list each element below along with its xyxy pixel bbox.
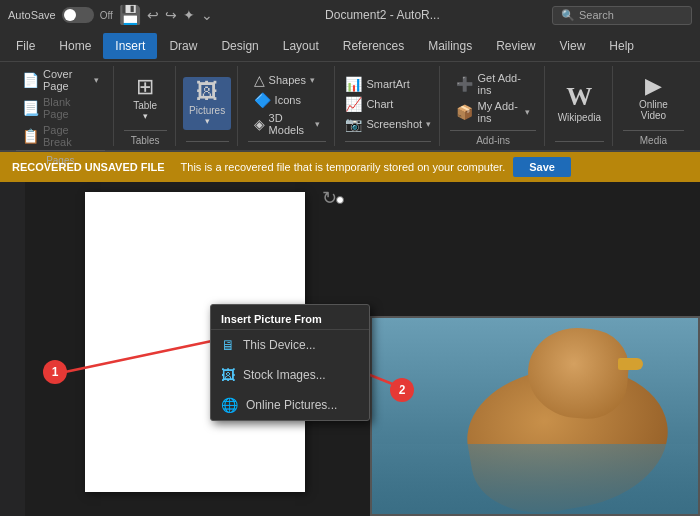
shapes-btn[interactable]: △ Shapes ▾ — [248, 70, 326, 90]
ribbon-group-pictures: 🖼 Pictures ▾ — [178, 66, 238, 146]
shapes-label: Shapes — [269, 74, 306, 86]
tab-file[interactable]: File — [4, 33, 47, 59]
save-button[interactable]: Save — [513, 157, 571, 177]
duck-image-container[interactable] — [370, 316, 700, 516]
pictures-btn[interactable]: 🖼 Pictures ▾ — [183, 77, 231, 130]
online-pictures-item[interactable]: 🌐 Online Pictures... — [211, 390, 369, 420]
search-icon: 🔍 — [561, 9, 575, 22]
my-addins-icon: 📦 — [456, 104, 473, 120]
3d-icon: ◈ — [254, 116, 265, 132]
ribbon-group-shapes: △ Shapes ▾ 🔷 Icons ◈ 3D Models ▾ — [240, 66, 335, 146]
duck-image — [372, 318, 698, 514]
save-icon[interactable]: 💾 — [119, 4, 141, 26]
more-icon[interactable]: ⌄ — [201, 7, 213, 23]
get-addins-btn[interactable]: ➕ Get Add-ins — [450, 70, 535, 98]
table-btn[interactable]: ⊞ Table ▾ — [125, 72, 165, 125]
recovery-label: RECOVERED UNSAVED FILE — [12, 161, 165, 173]
wikipedia-icon: W — [566, 84, 592, 110]
annotation-2: 2 — [390, 378, 414, 402]
pages-items: 📄 Cover Page ▾ 📃 Blank Page 📋 Page Break — [16, 66, 105, 150]
search-label: Search — [579, 9, 614, 21]
sidebar — [0, 182, 25, 516]
icons-icon: 🔷 — [254, 92, 271, 108]
screenshot-icon: 📷 — [345, 116, 362, 132]
recovery-bar: RECOVERED UNSAVED FILE This is a recover… — [0, 152, 700, 182]
3d-models-btn[interactable]: ◈ 3D Models ▾ — [248, 110, 326, 138]
wikipedia-label: Wikipedia — [558, 112, 601, 123]
screenshot-btn[interactable]: 📷 Screenshot ▾ — [339, 114, 437, 134]
rotation-handle[interactable]: ↻ — [322, 187, 337, 209]
smartart-items: 📊 SmartArt 📈 Chart 📷 Screenshot ▾ — [339, 66, 437, 141]
main-area: ↻ Insert Picture From 🖥 This Devic — [0, 182, 700, 516]
tab-design[interactable]: Design — [209, 33, 270, 59]
online-video-label: Online Video — [629, 99, 678, 121]
toggle-off-label: Off — [100, 10, 113, 21]
pictures-items: 🖼 Pictures ▾ — [183, 66, 231, 141]
wikipedia-btn[interactable]: W Wikipedia — [552, 80, 607, 127]
my-addins-label: My Add-ins — [477, 100, 520, 124]
page-break-icon: 📋 — [22, 128, 39, 144]
this-device-item[interactable]: 🖥 This Device... — [211, 330, 369, 360]
shapes-items: △ Shapes ▾ 🔷 Icons ◈ 3D Models ▾ — [248, 66, 326, 141]
addins-group-label: Add-ins — [450, 130, 535, 146]
toggle-knob — [64, 9, 76, 21]
online-video-btn[interactable]: ▶ Online Video — [623, 71, 684, 125]
smartart-label: SmartArt — [366, 78, 409, 90]
annotation-1-number: 1 — [52, 365, 59, 379]
addins-items: ➕ Get Add-ins 📦 My Add-ins ▾ — [450, 66, 535, 130]
resize-handle-top[interactable] — [336, 196, 344, 204]
media-items: ▶ Online Video — [623, 66, 684, 130]
cover-page-btn[interactable]: 📄 Cover Page ▾ — [16, 66, 105, 94]
title-bar: AutoSave Off 💾 ↩ ↪ ✦ ⌄ Document2 - AutoR… — [0, 0, 700, 30]
tables-group-label: Tables — [124, 130, 167, 146]
tab-view[interactable]: View — [548, 33, 598, 59]
3d-label: 3D Models — [269, 112, 311, 136]
this-device-icon: 🖥 — [221, 337, 235, 353]
page-break-btn[interactable]: 📋 Page Break — [16, 122, 105, 150]
my-addins-btn[interactable]: 📦 My Add-ins ▾ — [450, 98, 535, 126]
smartart-btn[interactable]: 📊 SmartArt — [339, 74, 437, 94]
cover-page-icon: 📄 — [22, 72, 39, 88]
ribbon-group-pages: 📄 Cover Page ▾ 📃 Blank Page 📋 Page Break… — [8, 66, 114, 146]
smartart-col: 📊 SmartArt 📈 Chart 📷 Screenshot ▾ — [339, 74, 437, 134]
blank-page-btn[interactable]: 📃 Blank Page — [16, 94, 105, 122]
dropdown-header: Insert Picture From — [211, 305, 369, 330]
pictures-group-label — [186, 141, 229, 146]
online-pictures-label: Online Pictures... — [246, 398, 337, 412]
pictures-icon: 🖼 — [196, 81, 218, 103]
addins-col: ➕ Get Add-ins 📦 My Add-ins ▾ — [450, 70, 535, 126]
ribbon-group-smartart: 📊 SmartArt 📈 Chart 📷 Screenshot ▾ — [337, 66, 440, 146]
shapes-group-label — [248, 141, 326, 146]
get-addins-label: Get Add-ins — [477, 72, 529, 96]
smartart-group-label — [345, 141, 431, 146]
table-label: Table — [133, 100, 157, 111]
wikipedia-group-label — [555, 141, 604, 146]
undo-icon[interactable]: ↩ — [147, 7, 159, 23]
icons-btn[interactable]: 🔷 Icons — [248, 90, 326, 110]
wikipedia-items: W Wikipedia — [552, 66, 607, 141]
redo-icon[interactable]: ↪ — [165, 7, 177, 23]
document-area: ↻ Insert Picture From 🖥 This Devic — [25, 182, 700, 516]
tab-insert[interactable]: Insert — [103, 33, 157, 59]
autosave-toggle[interactable] — [62, 7, 94, 23]
tab-help[interactable]: Help — [597, 33, 646, 59]
document-title: Document2 - AutoR... — [221, 8, 544, 22]
shapes-col: △ Shapes ▾ 🔷 Icons ◈ 3D Models ▾ — [248, 70, 326, 138]
customize-icon[interactable]: ✦ — [183, 7, 195, 23]
search-box[interactable]: 🔍 Search — [552, 6, 692, 25]
get-addins-icon: ➕ — [456, 76, 473, 92]
stock-images-item[interactable]: 🖼 Stock Images... — [211, 360, 369, 390]
tab-home[interactable]: Home — [47, 33, 103, 59]
tab-review[interactable]: Review — [484, 33, 547, 59]
tab-layout[interactable]: Layout — [271, 33, 331, 59]
tab-draw[interactable]: Draw — [157, 33, 209, 59]
icons-label: Icons — [275, 94, 301, 106]
screenshot-label: Screenshot — [366, 118, 422, 130]
smartart-icon: 📊 — [345, 76, 362, 92]
chart-btn[interactable]: 📈 Chart — [339, 94, 437, 114]
tab-mailings[interactable]: Mailings — [416, 33, 484, 59]
ribbon-group-addins: ➕ Get Add-ins 📦 My Add-ins ▾ Add-ins — [442, 66, 544, 146]
tab-references[interactable]: References — [331, 33, 416, 59]
annotation-2-number: 2 — [399, 383, 406, 397]
ribbon: 📄 Cover Page ▾ 📃 Blank Page 📋 Page Break… — [0, 62, 700, 152]
